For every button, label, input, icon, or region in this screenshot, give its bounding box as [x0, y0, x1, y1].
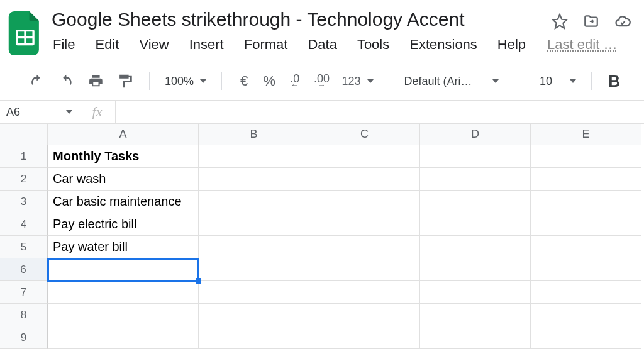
- more-formats-dropdown[interactable]: 123: [338, 75, 377, 88]
- menu-edit[interactable]: Edit: [85, 34, 129, 55]
- cell-A5[interactable]: Pay water bill: [48, 236, 199, 258]
- cell-E6[interactable]: [531, 258, 641, 281]
- cell-C8[interactable]: [309, 304, 420, 326]
- cell-D2[interactable]: [420, 168, 531, 191]
- menu-file[interactable]: File: [49, 34, 85, 55]
- sheets-logo-icon[interactable]: [8, 11, 43, 55]
- cell-D1[interactable]: [420, 145, 531, 168]
- star-icon[interactable]: [551, 13, 569, 30]
- cell-E1[interactable]: [531, 145, 641, 168]
- menu-help[interactable]: Help: [487, 34, 536, 55]
- cell-B7[interactable]: [199, 281, 309, 304]
- cell-A7[interactable]: [48, 281, 199, 304]
- cell-E3[interactable]: [531, 191, 641, 213]
- document-title[interactable]: Google Sheets strikethrough - Technology…: [49, 8, 467, 31]
- cell-C7[interactable]: [309, 281, 420, 304]
- cell-E7[interactable]: [531, 281, 641, 304]
- chevron-down-icon: [492, 79, 499, 83]
- cell-C1[interactable]: [309, 145, 420, 168]
- row-header-2[interactable]: 2: [0, 168, 48, 191]
- formula-bar-row: A6 fx: [0, 100, 644, 124]
- cell-A6[interactable]: [48, 258, 199, 281]
- cell-B4[interactable]: [199, 213, 309, 236]
- cell-C6[interactable]: [309, 258, 420, 281]
- row-header-8[interactable]: 8: [0, 304, 48, 326]
- bold-button[interactable]: B: [603, 72, 625, 91]
- cell-C9[interactable]: [309, 326, 420, 349]
- cell-D5[interactable]: [420, 236, 531, 258]
- column-header-C[interactable]: C: [309, 124, 420, 145]
- move-to-folder-icon[interactable]: [582, 13, 600, 30]
- row-header-1[interactable]: 1: [0, 145, 48, 168]
- select-all-corner[interactable]: [0, 124, 48, 145]
- cell-D8[interactable]: [420, 304, 531, 326]
- name-box[interactable]: A6: [0, 101, 79, 123]
- zoom-value: 100%: [165, 75, 194, 88]
- menu-bar: File Edit View Insert Format Data Tools …: [49, 34, 636, 62]
- cell-C4[interactable]: [309, 213, 420, 236]
- row-header-9[interactable]: 9: [0, 326, 48, 349]
- cell-A3[interactable]: Car basic maintenance: [48, 191, 199, 213]
- zoom-dropdown[interactable]: 100%: [161, 75, 210, 88]
- column-header-B[interactable]: B: [199, 124, 309, 145]
- cell-B6[interactable]: [199, 258, 309, 281]
- cell-E2[interactable]: [531, 168, 641, 191]
- menu-tools[interactable]: Tools: [347, 34, 399, 55]
- cell-A4[interactable]: Pay electric bill: [48, 213, 199, 236]
- cell-E5[interactable]: [531, 236, 641, 258]
- toolbar: 100% € % .0 ← .00 → 123 Default (Ari… 10…: [0, 62, 644, 100]
- cell-E8[interactable]: [531, 304, 641, 326]
- menu-insert[interactable]: Insert: [179, 34, 234, 55]
- row-header-7[interactable]: 7: [0, 281, 48, 304]
- row-header-4[interactable]: 4: [0, 213, 48, 236]
- cell-D9[interactable]: [420, 326, 531, 349]
- cell-A9[interactable]: [48, 326, 199, 349]
- cell-B8[interactable]: [199, 304, 309, 326]
- row-header-6[interactable]: 6: [0, 258, 48, 281]
- row-header-5[interactable]: 5: [0, 236, 48, 258]
- toolbar-separator: [591, 72, 592, 90]
- decrease-decimal-button[interactable]: .0 ←: [284, 70, 306, 92]
- cell-A2[interactable]: Car wash: [48, 168, 199, 191]
- menu-format[interactable]: Format: [234, 34, 298, 55]
- paint-format-button[interactable]: [112, 70, 138, 92]
- cell-C5[interactable]: [309, 236, 420, 258]
- font-dropdown[interactable]: Default (Ari…: [401, 75, 503, 88]
- undo-button[interactable]: [24, 70, 50, 92]
- menu-extensions[interactable]: Extensions: [399, 34, 487, 55]
- font-size-dropdown[interactable]: 10: [526, 75, 580, 88]
- cell-D6[interactable]: [420, 258, 531, 281]
- chevron-down-icon: [66, 110, 72, 114]
- cell-D7[interactable]: [420, 281, 531, 304]
- cell-A8[interactable]: [48, 304, 199, 326]
- cell-B2[interactable]: [199, 168, 309, 191]
- cell-D4[interactable]: [420, 213, 531, 236]
- increase-decimal-button[interactable]: .00 →: [309, 70, 335, 92]
- cell-E9[interactable]: [531, 326, 641, 349]
- column-header-D[interactable]: D: [420, 124, 531, 145]
- menu-view[interactable]: View: [129, 34, 179, 55]
- column-header-A[interactable]: A: [48, 124, 199, 145]
- column-header-E[interactable]: E: [531, 124, 641, 145]
- cell-B1[interactable]: [199, 145, 309, 168]
- row-header-3[interactable]: 3: [0, 191, 48, 213]
- cell-B5[interactable]: [199, 236, 309, 258]
- last-edit-link[interactable]: Last edit …: [547, 36, 617, 53]
- cell-A1[interactable]: Monthly Tasks: [48, 145, 199, 168]
- formula-input[interactable]: [116, 101, 644, 123]
- cell-C3[interactable]: [309, 191, 420, 213]
- format-percent-button[interactable]: %: [258, 70, 280, 92]
- menu-data[interactable]: Data: [297, 34, 347, 55]
- redo-button[interactable]: [53, 70, 79, 92]
- cell-C2[interactable]: [309, 168, 420, 191]
- chevron-down-icon: [570, 79, 576, 83]
- cloud-status-icon[interactable]: [614, 13, 631, 30]
- cell-E4[interactable]: [531, 213, 641, 236]
- cell-B3[interactable]: [199, 191, 309, 213]
- format-currency-button[interactable]: €: [233, 70, 255, 92]
- cell-D3[interactable]: [420, 191, 531, 213]
- chevron-down-icon: [367, 79, 374, 83]
- print-button[interactable]: [83, 70, 109, 92]
- cell-B9[interactable]: [199, 326, 309, 349]
- selection-handle[interactable]: [196, 278, 201, 284]
